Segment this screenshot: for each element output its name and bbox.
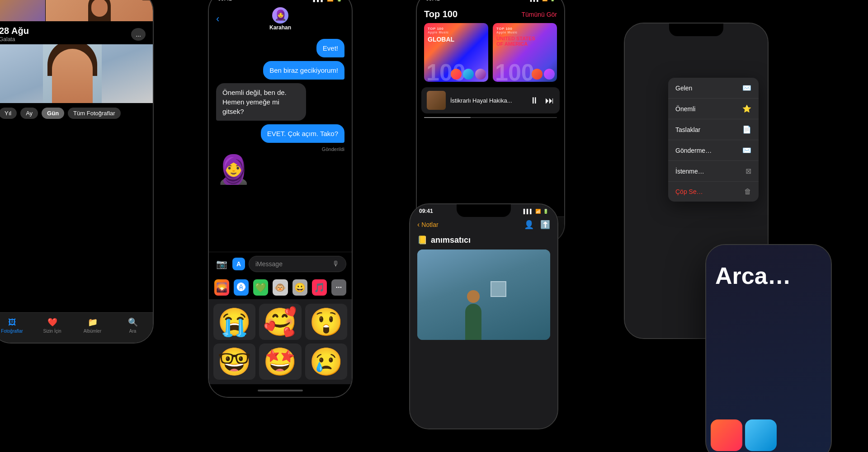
- global-badge-small: TOP 100: [428, 27, 443, 31]
- phone-photos: +7 28 Ağu Galata ··· Yıl Ay Gün Tüm Foto…: [0, 0, 154, 344]
- notes-wifi: 📶: [535, 209, 541, 214]
- tab-albums[interactable]: 📁 Albümler: [72, 317, 113, 334]
- appstore-button[interactable]: A: [232, 258, 245, 270]
- bubble-onemli: Önemli değil, ben de.Hemen yemeğe mi git…: [216, 83, 306, 121]
- top100-usa-card[interactable]: TOP 100 Apple Music UNITED STATESOF AMER…: [493, 23, 557, 82]
- app-drawer: 🌄 🅐 💚 🐵 😀 🎵 ···: [209, 276, 352, 299]
- contact-info: 🧕 Karahan: [269, 7, 291, 31]
- inbox-label: Gelen: [675, 85, 692, 92]
- album-art: [427, 91, 446, 110]
- tab-for-you[interactable]: ❤️ Sizin İçin: [32, 317, 72, 334]
- important-icon: ⭐: [742, 104, 751, 113]
- memoji-wow[interactable]: 😲: [305, 304, 347, 340]
- memoji-nerd[interactable]: 🤓: [213, 344, 255, 380]
- notes-actions: 👤 ⬆️: [524, 220, 550, 230]
- portrait-photo: [0, 44, 153, 103]
- music-battery-icon: 🔋: [550, 0, 555, 1]
- albums-tab-icon: 📁: [88, 317, 98, 327]
- mail-drafts[interactable]: Taslaklar 📄: [668, 119, 759, 140]
- music-status-icons: ▌▌▌ 📶 🔋: [530, 0, 555, 1]
- sent-icon: ✉️: [742, 146, 751, 155]
- contact-name: Karahan: [269, 24, 291, 31]
- global-circles: [451, 69, 486, 80]
- trash-label: Çöp Se…: [675, 188, 703, 195]
- important-label: Önemli: [675, 105, 695, 113]
- time-music: 09:41: [426, 0, 440, 2]
- drafts-label: Taslaklar: [675, 126, 700, 133]
- progress-fill: [424, 117, 471, 118]
- more-drawer-icon[interactable]: ···: [331, 279, 346, 296]
- appstore-drawer-icon[interactable]: 🅐: [234, 279, 249, 296]
- memoji2-drawer-icon[interactable]: 😀: [292, 279, 307, 296]
- camera-button[interactable]: 📷: [214, 257, 229, 271]
- notes-back-button[interactable]: ‹ Notlar: [417, 221, 439, 229]
- memoji-reaction: 🧕: [216, 155, 252, 192]
- audio-button[interactable]: 🎙: [332, 260, 340, 268]
- notes-notch: [457, 204, 511, 217]
- more-button[interactable]: ···: [131, 28, 146, 41]
- mail-junk[interactable]: İstenme… ⊠: [668, 161, 759, 182]
- photos-tab-bar: 🖼 Fotoğraflar ❤️ Sizin İçin 📁 Albümler 🔍…: [0, 312, 153, 343]
- see-all-button[interactable]: Tümünü Gör: [521, 11, 557, 18]
- figure: [465, 290, 481, 340]
- contact-avatar: 🧕: [272, 7, 288, 24]
- mail-important[interactable]: Önemli ⭐: [668, 99, 759, 119]
- music-signal-icon: ▌▌▌: [530, 0, 540, 1]
- back-button[interactable]: ‹: [216, 13, 219, 25]
- notes-title-row: 📒 anımsatıcı: [410, 233, 557, 250]
- pause-button[interactable]: ⏸: [530, 95, 539, 106]
- memoji-star[interactable]: 🤩: [259, 344, 301, 380]
- photos-place: Galata: [0, 36, 29, 42]
- tab-photos[interactable]: 🖼 Fotoğraflar: [0, 317, 32, 334]
- now-playing-bar: İstikrarlı Hayal Hakika... ⏸ ⏭: [421, 87, 560, 113]
- collaborator-button[interactable]: 👤: [524, 220, 534, 230]
- notes-signal: ▌▌▌: [524, 209, 533, 214]
- phone-arcade: Arca…: [705, 244, 832, 452]
- window-decoration: [491, 281, 506, 297]
- junk-label: İstenme…: [675, 168, 704, 175]
- cash-drawer-icon[interactable]: 💚: [253, 279, 268, 296]
- game-icon-1[interactable]: [711, 419, 742, 451]
- inbox-icon: ✉️: [742, 84, 751, 92]
- battery-icon: 🔋: [336, 0, 343, 2]
- memoji-drawer-icon[interactable]: 🐵: [273, 279, 288, 296]
- global-platform: Apple Music: [428, 31, 449, 34]
- memoji-love[interactable]: 🥰: [259, 304, 301, 340]
- global-title: GLOBAL: [428, 36, 454, 43]
- status-bar-notes: 09:41 ▌▌▌ 📶 🔋: [410, 204, 557, 216]
- plus-badge: +7: [142, 0, 151, 0]
- next-button[interactable]: ⏭: [545, 95, 554, 106]
- top100-cards-row: TOP 100 Apple Music GLOBAL 100 TOP 100 A…: [417, 23, 564, 87]
- filter-month[interactable]: Ay: [20, 108, 38, 119]
- memoji-tear[interactable]: 😢: [305, 344, 347, 380]
- imessage-input[interactable]: iMessage 🎙: [249, 256, 346, 272]
- back-label: Notlar: [421, 221, 438, 228]
- top100-global-card[interactable]: TOP 100 Apple Music GLOBAL 100: [424, 23, 488, 82]
- music-notch: [463, 0, 518, 5]
- filter-day[interactable]: Gün: [42, 108, 64, 119]
- mail-trash[interactable]: Çöp Se… 🗑: [668, 182, 759, 202]
- usa-badge-small: TOP 100: [496, 27, 512, 31]
- time-messages: 09:41: [218, 0, 232, 2]
- game-icon-2[interactable]: [745, 419, 777, 451]
- memoji-strip: 😭 🥰 😲 🤓 🤩 😢: [209, 299, 352, 384]
- filter-year[interactable]: Yıl: [0, 108, 17, 119]
- drafts-icon: 📄: [742, 125, 751, 134]
- junk-icon: ⊠: [745, 167, 751, 175]
- progress-bar[interactable]: [424, 117, 557, 118]
- tab-search[interactable]: 🔍 Ara: [113, 317, 153, 334]
- mail-inbox[interactable]: Gelen ✉️: [668, 78, 759, 99]
- trash-icon: 🗑: [744, 188, 751, 196]
- mail-sent[interactable]: Gönderme… ✉️: [668, 140, 759, 161]
- music-header: Top 100 Tümünü Gör: [417, 4, 564, 23]
- messages-nav: ‹ 🧕 Karahan: [209, 4, 352, 34]
- phone-messages: 09:41 ▌▌▌ 📶 🔋 ‹ 🧕 Karahan Evet! Ben bira…: [208, 0, 353, 398]
- filter-all[interactable]: Tüm Fotoğraflar: [68, 108, 120, 119]
- memoji-cry[interactable]: 😭: [213, 304, 255, 340]
- photos-drawer-icon[interactable]: 🌄: [214, 279, 229, 296]
- note-title: anımsatıcı: [431, 235, 471, 245]
- share-button[interactable]: ⬆️: [540, 220, 550, 230]
- music-drawer-icon[interactable]: 🎵: [312, 279, 327, 296]
- search-tab-icon: 🔍: [128, 317, 138, 327]
- bubble-evet: Evet!: [316, 39, 344, 57]
